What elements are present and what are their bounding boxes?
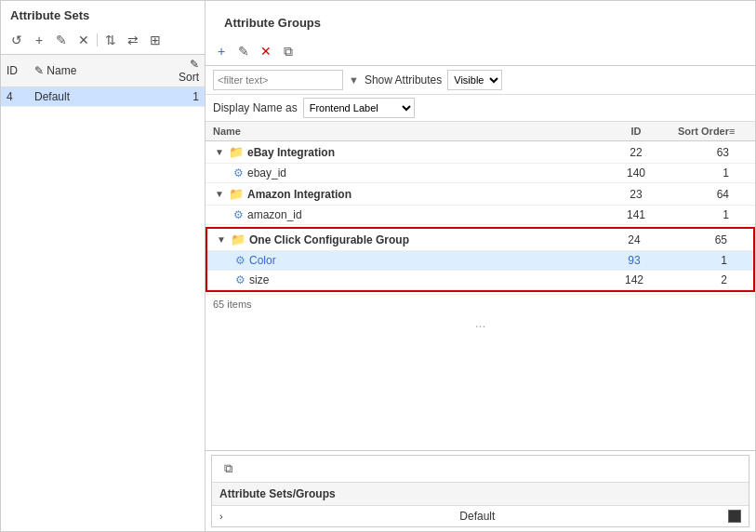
show-attributes-dropdown[interactable]: Visible All None: [447, 70, 502, 90]
add-set-button[interactable]: +: [29, 30, 49, 50]
bottom-toolbar: ⧉: [212, 456, 749, 483]
edit-set-button[interactable]: ✎: [51, 30, 72, 50]
set-id: 4: [7, 90, 34, 103]
attr-sort-size: 2: [662, 273, 727, 286]
edit-icon2: ✎: [190, 58, 199, 71]
delete-set-button[interactable]: ✕: [73, 30, 94, 50]
sets-row-name: Default: [459, 510, 495, 523]
move-up-button[interactable]: ⇅: [100, 30, 121, 50]
group-name-ebay: eBay Integration: [247, 146, 608, 159]
configurable-sort: 65: [662, 233, 727, 246]
sort-button[interactable]: ⇄: [123, 30, 143, 50]
attr-sort-color: 1: [662, 254, 727, 267]
highlighted-group-container: ▼ 📁 One Click Configurable Group 24 65 ⚙…: [206, 227, 755, 292]
group-row-amazon[interactable]: ▼ 📁 Amazon Integration 23 64: [206, 183, 755, 206]
filter-row: ▼ Show Attributes Visible All None: [206, 66, 755, 95]
folder-icon-ebay: 📁: [229, 145, 244, 159]
set-sort: 1: [166, 90, 199, 103]
delete-group-button[interactable]: ✕: [256, 41, 276, 61]
right-panel-title: Attribute Groups: [215, 8, 746, 33]
attr-name-ebay-id: ebay_id: [247, 166, 608, 180]
attr-name-color[interactable]: Color: [249, 254, 606, 267]
right-panel: Attribute Groups + ✎ ✕ ⧉ ▼ Show Attribut…: [206, 1, 755, 531]
expand-amazon-btn[interactable]: ▼: [213, 188, 226, 201]
group-name-configurable: One Click Configurable Group: [249, 233, 606, 246]
attr-icon-ebay-id: ⚙: [233, 166, 244, 180]
right-panel-content: Name ID Sort Order ≡ ▼ 📁 eBay Integratio…: [206, 122, 755, 531]
edit-group-button[interactable]: ✎: [233, 41, 254, 61]
attr-name-size: size: [249, 273, 606, 286]
col-id-header: ID: [7, 64, 34, 77]
edit-icon: ✎: [34, 64, 46, 77]
col-sort-header: Sort Order: [664, 126, 729, 137]
copy-group-button[interactable]: ⧉: [278, 41, 298, 61]
refresh-button[interactable]: ↺: [7, 30, 27, 50]
attr-id-amazon-id: 141: [608, 208, 664, 221]
ebay-sort: 63: [664, 146, 729, 159]
display-name-row: Display Name as Frontend Label Attribute…: [206, 95, 755, 122]
left-table-header: ID ✎ Name ✎ Sort: [1, 55, 205, 87]
sets-row-default[interactable]: › Default: [212, 506, 749, 526]
left-panel-title: Attribute Sets: [1, 1, 205, 26]
attr-icon-color: ⚙: [235, 254, 245, 267]
right-toolbar: + ✎ ✕ ⧉: [206, 37, 755, 66]
group-row-configurable[interactable]: ▼ 📁 One Click Configurable Group 24 65: [207, 229, 753, 251]
display-name-dropdown[interactable]: Frontend Label Attribute Code: [303, 98, 415, 118]
attr-name-amazon-id: amazon_id: [247, 208, 608, 221]
groups-table: Name ID Sort Order ≡ ▼ 📁 eBay Integratio…: [206, 122, 755, 451]
attr-row-color[interactable]: ⚙ Color 93 1: [207, 251, 753, 271]
attr-icon-amazon-id: ⚙: [233, 208, 244, 221]
expand-configurable-btn[interactable]: ▼: [215, 233, 228, 246]
filter-icon: ▼: [349, 74, 359, 86]
expand-ebay-btn[interactable]: ▼: [213, 146, 226, 159]
bottom-section: ⧉ Attribute Sets/Groups › Default: [211, 455, 749, 527]
attr-sort-amazon-id: 1: [664, 208, 729, 221]
col-name-header: Name: [213, 126, 608, 137]
left-toolbar: ↺ + ✎ ✕ ⇅ ⇄ ⊞: [1, 26, 205, 55]
extra-button[interactable]: ⊞: [145, 30, 166, 50]
filter-input[interactable]: [213, 70, 343, 90]
sets-row-checkbox[interactable]: [728, 510, 741, 523]
bottom-copy-btn[interactable]: ⧉: [218, 459, 238, 479]
amazon-id: 23: [608, 188, 664, 201]
separator1: [97, 33, 98, 47]
col-id-header: ID: [608, 126, 664, 137]
set-name: Default: [34, 90, 166, 103]
attr-row-amazon-id[interactable]: ⚙ amazon_id 141 1: [206, 206, 755, 225]
amazon-sort: 64: [664, 188, 729, 201]
display-name-label: Display Name as: [213, 101, 298, 114]
col-sort-header: ✎ Sort: [166, 58, 199, 84]
group-row-ebay[interactable]: ▼ 📁 eBay Integration 22 63: [206, 141, 755, 164]
group-name-amazon: Amazon Integration: [247, 188, 608, 201]
attribute-set-row[interactable]: 4 Default 1: [1, 87, 205, 107]
attr-sort-ebay-id: 1: [664, 166, 729, 180]
attr-id-size: 142: [606, 273, 662, 286]
sets-row-expand: ›: [219, 511, 223, 522]
groups-table-header: Name ID Sort Order ≡: [206, 122, 755, 141]
attr-row-size[interactable]: ⚙ size 142 2: [207, 271, 753, 290]
attr-id-ebay-id: 140: [608, 166, 664, 180]
left-panel: Attribute Sets ↺ + ✎ ✕ ⇅ ⇄ ⊞ ID ✎ Name ✎…: [1, 1, 206, 531]
col-drag-header: ≡: [729, 126, 748, 137]
folder-icon-amazon: 📁: [229, 187, 244, 201]
configurable-id: 24: [606, 233, 662, 246]
right-panel-header: Attribute Groups: [206, 1, 755, 37]
add-group-button[interactable]: +: [211, 41, 232, 61]
attr-sets-groups-title: Attribute Sets/Groups: [212, 483, 749, 506]
col-name-header: ✎ Name: [34, 64, 166, 77]
items-count: 65 items: [206, 294, 755, 313]
ebay-id: 22: [608, 146, 664, 159]
show-attributes-label: Show Attributes: [365, 73, 442, 86]
dots-separator: ...: [206, 313, 755, 332]
attr-id-color: 93: [606, 254, 662, 267]
attr-icon-size: ⚙: [235, 273, 245, 286]
folder-icon-configurable: 📁: [231, 233, 245, 246]
attr-row-ebay-id[interactable]: ⚙ ebay_id 140 1: [206, 164, 755, 183]
